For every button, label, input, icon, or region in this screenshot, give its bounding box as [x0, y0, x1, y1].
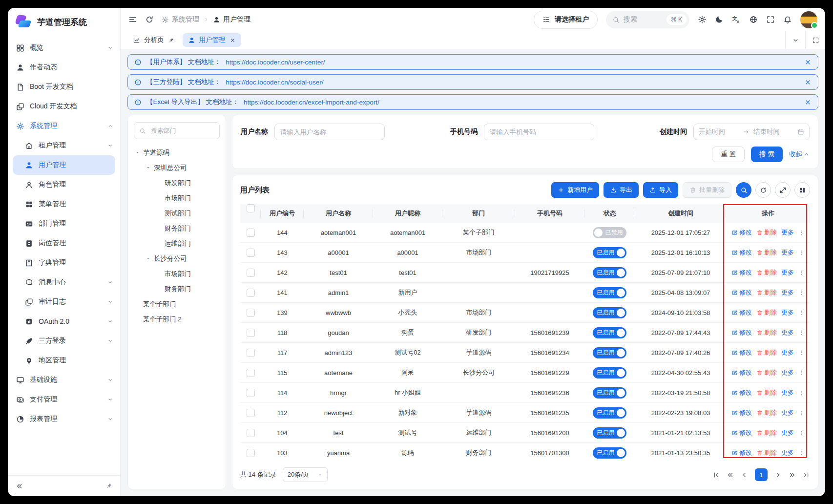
more-action[interactable]: 更多	[781, 388, 794, 397]
row-checkbox[interactable]	[247, 349, 255, 357]
banner-link[interactable]: https://doc.iocoder.cn/social-user/	[226, 79, 323, 86]
reset-button[interactable]: 重 置	[712, 147, 745, 162]
status-toggle[interactable]: 已启用	[593, 447, 626, 459]
toolbar-button[interactable]: 新增用户	[551, 182, 599, 198]
more-action[interactable]: 更多	[781, 368, 794, 377]
banner-close-icon[interactable]	[804, 99, 812, 106]
table-row[interactable]: 115 aotemane 阿呆 长沙分公司 15601691229 已启用	[240, 363, 810, 383]
tree-node[interactable]: 市场部门	[134, 266, 220, 281]
delete-action[interactable]: 删除	[756, 228, 777, 237]
status-toggle[interactable]: 已启用	[593, 367, 626, 378]
status-toggle[interactable]: 已启用	[593, 347, 626, 358]
delete-action[interactable]: 删除	[756, 288, 777, 297]
table-row[interactable]: 117 admin123 测试号02 芋道源码 15601691234 已启用	[240, 343, 810, 363]
row-checkbox[interactable]	[247, 229, 255, 237]
more-action[interactable]: 更多	[781, 268, 794, 277]
gear-icon[interactable]	[698, 15, 707, 24]
sidebar-item[interactable]: 角色管理	[8, 175, 120, 194]
more-action[interactable]: 更多	[781, 428, 794, 437]
status-toggle[interactable]: 已启用	[593, 307, 626, 318]
status-toggle[interactable]: 已启用	[593, 427, 626, 439]
sidebar-item[interactable]: 三方登录	[8, 331, 120, 351]
search-button[interactable]: 搜 索	[751, 147, 783, 162]
status-toggle[interactable]: 已启用	[593, 327, 626, 338]
tree-node[interactable]: 芋道源码	[134, 145, 220, 160]
table-row[interactable]: 103 yuanma 源码 财务部门 15601701300 已启用	[240, 443, 810, 461]
status-toggle[interactable]: 已禁用	[593, 227, 626, 238]
edit-action[interactable]: 修改	[731, 288, 752, 297]
sidebar-item[interactable]: 消息中心	[8, 273, 120, 292]
row-more-dots-icon[interactable]	[798, 250, 805, 256]
pin-icon[interactable]	[168, 37, 174, 43]
sidebar-item[interactable]: 系统管理	[8, 116, 120, 136]
edit-action[interactable]: 修改	[731, 408, 752, 417]
tree-node[interactable]: 某个子部门	[134, 296, 220, 312]
edit-action[interactable]: 修改	[731, 388, 752, 397]
date-range-picker[interactable]: 开始时间 结束时间	[693, 124, 810, 140]
table-row[interactable]: 139 wwbwwb 小秃头 市场部门 已启用	[240, 303, 810, 323]
banner-link[interactable]: https://doc.iocoder.cn/excel-import-and-…	[244, 99, 379, 106]
status-toggle[interactable]: 已启用	[593, 247, 626, 258]
bell-icon[interactable]	[783, 15, 792, 24]
table-row[interactable]: 118 goudan 狗蛋 研发部门 15601691239 已启用	[240, 323, 810, 343]
tree-node[interactable]: 研发部门	[134, 175, 220, 190]
edit-action[interactable]: 修改	[731, 328, 752, 337]
pagination-next-group-icon[interactable]	[789, 471, 796, 479]
tree-node[interactable]: 长沙分公司	[134, 251, 220, 266]
row-more-dots-icon[interactable]	[798, 310, 805, 316]
row-checkbox[interactable]	[247, 369, 255, 377]
sidebar-item[interactable]: 租户管理	[8, 136, 120, 155]
caret-down-icon[interactable]	[146, 256, 154, 261]
close-icon[interactable]	[229, 37, 236, 43]
table-row[interactable]: 104 test 测试号 运维部门 15601691200 已启用	[240, 423, 810, 443]
sidebar-item[interactable]: 报表管理	[8, 409, 120, 429]
table-row[interactable]: 144 aoteman001 aoteman001 某个子部门 已禁用	[240, 223, 810, 243]
row-checkbox[interactable]	[247, 449, 255, 457]
more-action[interactable]: 更多	[781, 308, 794, 317]
sidebar-item[interactable]: OAuth 2.0	[8, 312, 120, 331]
edit-action[interactable]: 修改	[731, 448, 752, 457]
more-action[interactable]: 更多	[781, 348, 794, 357]
status-toggle[interactable]: 已启用	[593, 407, 626, 419]
sidebar-item[interactable]: 作者动态	[8, 58, 120, 77]
page-tab[interactable]: 用户管理	[183, 33, 241, 47]
translate-icon[interactable]: 文A	[732, 15, 741, 24]
row-more-dots-icon[interactable]	[798, 450, 805, 456]
table-row[interactable]: 143 a00001 a00001 市场部门 已启用	[240, 243, 810, 263]
collapse-menu-icon[interactable]	[128, 15, 137, 24]
sidebar-item[interactable]: 概览	[8, 38, 120, 58]
status-toggle[interactable]: 已启用	[593, 287, 626, 298]
more-action[interactable]: 更多	[781, 448, 794, 457]
row-checkbox[interactable]	[247, 309, 255, 317]
status-toggle[interactable]: 已启用	[593, 267, 626, 278]
row-more-dots-icon[interactable]	[798, 330, 805, 336]
row-more-dots-icon[interactable]	[798, 410, 805, 416]
pagination-prev-group-icon[interactable]	[727, 471, 734, 479]
caret-down-icon[interactable]	[146, 165, 154, 170]
sidebar-item[interactable]: 基础设施	[8, 370, 120, 390]
delete-action[interactable]: 删除	[756, 248, 777, 257]
row-checkbox[interactable]	[247, 389, 255, 397]
select-tenant-button[interactable]: 请选择租户	[534, 11, 598, 29]
tab-list-dropdown-icon[interactable]	[785, 31, 805, 49]
global-search[interactable]: 搜索 ⌘ K	[606, 11, 689, 28]
pagination-prev-icon[interactable]	[741, 471, 748, 479]
sidebar-item[interactable]: 字典管理	[8, 253, 120, 273]
table-row[interactable]: 114 hrmgr hr 小姐姐 15601691236 已启用	[240, 383, 810, 403]
sidebar-item[interactable]: 地区管理	[8, 351, 120, 370]
delete-action[interactable]: 删除	[756, 368, 777, 377]
delete-action[interactable]: 删除	[756, 348, 777, 357]
tree-node[interactable]: 市场部门	[134, 190, 220, 206]
row-checkbox[interactable]	[247, 329, 255, 337]
table-row[interactable]: 141 admin1 新用户 已启用	[240, 283, 810, 303]
select-all-checkbox[interactable]	[247, 204, 255, 212]
delete-action[interactable]: 删除	[756, 268, 777, 277]
banner-link[interactable]: https://doc.iocoder.cn/user-center/	[226, 59, 325, 66]
edit-action[interactable]: 修改	[731, 368, 752, 377]
maximize-content-icon[interactable]	[805, 31, 825, 49]
table-row[interactable]: 112 newobject 新对象 芋道源码 15601691235 已启用	[240, 403, 810, 423]
sidebar-item[interactable]: 岗位管理	[8, 233, 120, 253]
page-size-select[interactable]: 20条/页	[283, 467, 328, 482]
user-avatar[interactable]	[800, 11, 817, 28]
more-action[interactable]: 更多	[781, 328, 794, 337]
